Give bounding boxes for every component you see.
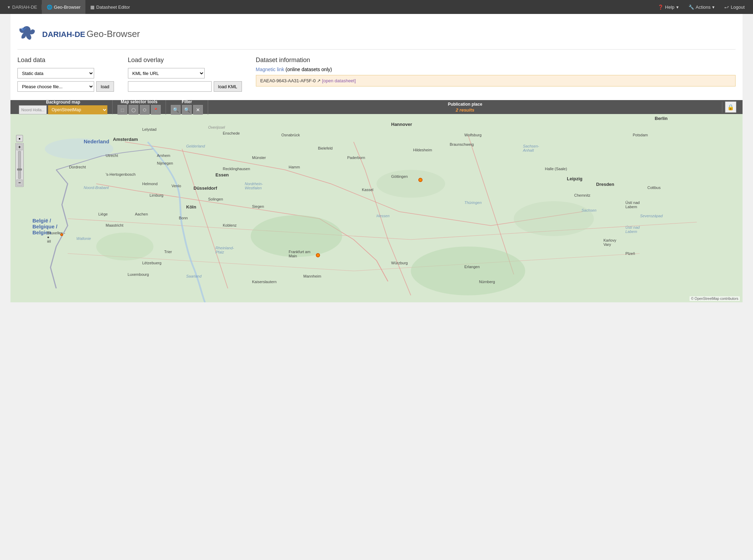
- map-selector-label: Map selector tools: [121, 100, 157, 104]
- data-type-select[interactable]: Static dataDynamic data: [17, 68, 94, 78]
- filter-section: Filter 🔍 🔍 ✕: [166, 100, 208, 115]
- zoom-thumb: [17, 168, 22, 171]
- svg-point-6: [96, 233, 153, 260]
- map-marker-1[interactable]: [418, 178, 423, 182]
- nav-logout[interactable]: ⮐ Logout: [720, 0, 750, 14]
- kml-type-row: KML file URL: [128, 68, 242, 78]
- nav-brand-label: DARIAH-DE: [12, 5, 37, 10]
- globe-icon: 🌐: [47, 5, 52, 10]
- file-chooser-row: Please choose file... load: [17, 81, 114, 92]
- help-icon: ❓: [658, 5, 663, 10]
- zoom-in-button[interactable]: +: [16, 144, 23, 150]
- bg-map-select[interactable]: OpenStreetMap: [48, 105, 107, 114]
- map-svg: [10, 114, 743, 302]
- filter-clear[interactable]: ✕: [193, 105, 203, 115]
- map-marker-bruxelles[interactable]: [60, 233, 63, 236]
- svg-point-2: [251, 215, 342, 257]
- lock-button[interactable]: 🔒: [725, 101, 736, 113]
- form-section: Load data Static dataDynamic data Please…: [17, 56, 736, 92]
- magnetic-link-row: Magnetic link (online datasets only): [256, 67, 736, 72]
- nav-right: ❓ Help ▾ 🔧 Actions ▾ ⮐ Logout: [653, 0, 750, 14]
- zoom-toggle[interactable]: ●: [16, 135, 23, 142]
- nav-geo-browser[interactable]: 🌐 Geo-Browser: [42, 0, 86, 14]
- brand-arrow-icon: ▾: [8, 5, 10, 10]
- map-container: Background map OpenStreetMap Map selecto…: [10, 100, 743, 302]
- map-toolbar: Background map OpenStreetMap Map selecto…: [10, 100, 743, 114]
- load-data-group: Load data Static dataDynamic data Please…: [17, 56, 114, 92]
- dataset-info-title: Dataset information: [256, 56, 736, 64]
- map-attribution: © OpenStreetMap contributors: [690, 296, 740, 301]
- external-link-icon: ↗: [317, 78, 322, 83]
- zoom-track[interactable]: [18, 151, 21, 179]
- help-dropdown-icon: ▾: [676, 5, 679, 10]
- svg-point-3: [411, 247, 525, 295]
- file-chooser-select[interactable]: Please choose file...: [17, 81, 94, 92]
- publication-place-section: Publication place 2 results: [208, 102, 722, 113]
- dataset-id-box: EAEA0-9643-AA31-AF5F-0 ↗ [open datasheet…: [256, 75, 736, 86]
- filter-zoom-out[interactable]: 🔍: [182, 105, 192, 115]
- nav-brand[interactable]: ▾ DARIAH-DE: [3, 5, 42, 10]
- load-overlay-label: Load overlay: [128, 56, 242, 64]
- kml-url-row: load KML: [128, 81, 242, 92]
- load-kml-button[interactable]: load KML: [214, 81, 242, 92]
- filter-zoom-in[interactable]: 🔍: [171, 105, 181, 115]
- zoom-out-button[interactable]: −: [16, 180, 23, 186]
- dataset-id: EAEA0-9643-AA31-AF5F-0: [260, 78, 316, 83]
- select-poly-tool[interactable]: ⬡: [140, 105, 150, 115]
- kml-type-select[interactable]: KML file URL: [128, 68, 205, 78]
- wrench-icon: 🔧: [689, 5, 694, 10]
- select-rect-tool[interactable]: ⬚: [117, 105, 127, 115]
- table-icon: ▦: [90, 5, 94, 10]
- background-map-section: Background map OpenStreetMap: [14, 100, 113, 114]
- page-brand: DARIAH-DE: [42, 30, 85, 39]
- svg-point-5: [376, 170, 445, 198]
- map-selector-tools-section: Map selector tools ⬚ ◯ ⬡ 📍: [113, 100, 166, 115]
- bg-map-label: Background map: [46, 100, 80, 105]
- kml-url-input[interactable]: [128, 81, 212, 92]
- dariah-logo: [17, 24, 37, 44]
- dataset-info-section: Dataset information Magnetic link (onlin…: [256, 56, 736, 86]
- actions-dropdown-icon: ▾: [712, 5, 715, 10]
- magnetic-link[interactable]: Magnetic link: [256, 67, 284, 72]
- load-overlay-group: Load overlay KML file URL load KML: [128, 56, 242, 92]
- pub-place-label: Publication place: [448, 102, 482, 107]
- load-button[interactable]: load: [96, 81, 114, 92]
- navbar: ▾ DARIAH-DE 🌐 Geo-Browser ▦ Datasheet Ed…: [0, 0, 753, 14]
- map-marker-2[interactable]: [316, 253, 320, 257]
- logout-icon: ⮐: [724, 5, 729, 10]
- main-content: DARIAH-DE Geo-Browser Load data Static d…: [10, 14, 743, 302]
- data-type-row: Static dataDynamic data: [17, 68, 114, 78]
- map-background: ● + − Amsterdam Lelystad Overijssel Hann…: [10, 114, 743, 302]
- nav-actions[interactable]: 🔧 Actions ▾: [684, 0, 720, 14]
- svg-rect-0: [10, 114, 743, 302]
- pub-results-count: 2 results: [456, 107, 474, 113]
- load-data-label: Load data: [17, 56, 114, 64]
- map-search-input[interactable]: [19, 105, 47, 114]
- select-point-tool[interactable]: 📍: [151, 105, 161, 115]
- svg-point-4: [514, 201, 594, 236]
- open-datasheet-link[interactable]: [open datasheet]: [322, 78, 356, 83]
- page-header: DARIAH-DE Geo-Browser: [17, 21, 736, 50]
- filter-label: Filter: [182, 100, 192, 104]
- nav-help[interactable]: ❓ Help ▾: [653, 0, 684, 14]
- zoom-control: ● + −: [15, 135, 24, 187]
- svg-point-1: [45, 138, 113, 159]
- select-circle-tool[interactable]: ◯: [129, 105, 138, 115]
- nav-datasheet-editor[interactable]: ▦ Datasheet Editor: [85, 0, 135, 14]
- page-title-text: Geo-Browser: [86, 29, 140, 39]
- magnetic-link-suffix: (online datasets only): [286, 67, 332, 72]
